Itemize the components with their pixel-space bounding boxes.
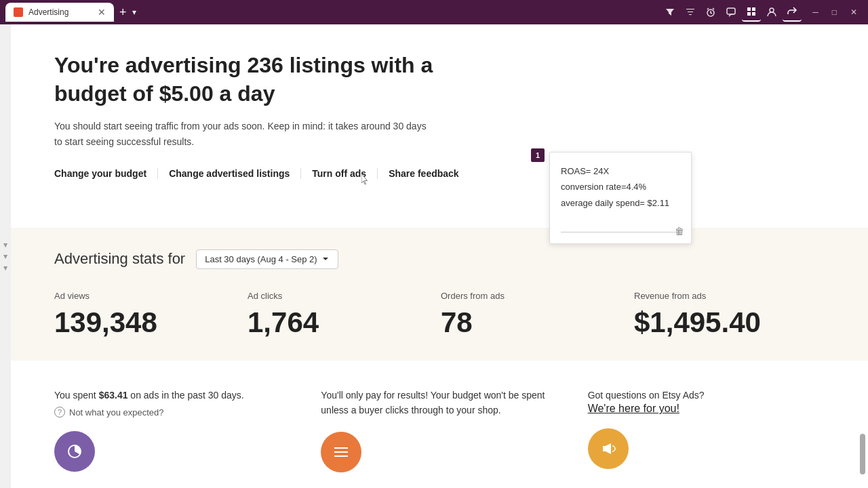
stat-revenue-value: $1,495.40 [634, 306, 827, 339]
stat-ad-views-label: Ad views [54, 291, 248, 301]
stats-header: Advertising stats for Last 30 days (Aug … [54, 249, 827, 269]
stat-ad-clicks-label: Ad clicks [248, 291, 441, 301]
share-icon[interactable] [783, 3, 802, 22]
action-links: Change your budget Change advertised lis… [54, 168, 827, 179]
hero-section: You're advertising 236 listings with a b… [54, 52, 827, 179]
svg-rect-0 [686, 9, 694, 9]
hero-description: You should start seeing traffic from you… [54, 119, 434, 149]
tooltip-popup: 1 ROAS= 24X conversion rate=4.4% average… [549, 152, 692, 244]
svg-rect-8 [752, 12, 755, 16]
toolbar-icons [660, 3, 802, 22]
sidebar-toggle[interactable]: ▶ ▶ ▶ [0, 24, 11, 488]
tab-title: Advertising [28, 7, 68, 17]
svg-point-9 [770, 8, 774, 12]
help-link[interactable]: We're here for you! [588, 403, 679, 414]
new-tab-button[interactable]: + [117, 3, 130, 22]
svg-rect-5 [747, 7, 751, 11]
stat-orders-label: Orders from ads [441, 291, 634, 301]
svg-rect-1 [688, 12, 693, 12]
turn-off-ads-link[interactable]: Turn off ads [312, 168, 378, 179]
person-icon[interactable] [762, 3, 781, 22]
restore-button[interactable]: □ [827, 5, 842, 20]
main-content: You're advertising 236 listings with a b… [0, 24, 868, 228]
spend-amount: $63.41 [99, 390, 128, 401]
tab-bar: Advertising ✕ + ▾ [5, 3, 660, 22]
grid-icon[interactable] [742, 3, 761, 22]
tab-close-button[interactable]: ✕ [98, 7, 106, 18]
tab-dropdown-button[interactable]: ▾ [132, 7, 136, 17]
tooltip-spend: average daily spend= $2.11 [561, 195, 680, 211]
spend-text: You spent $63.41 on ads in the past 30 d… [54, 388, 294, 403]
minimize-button[interactable]: ─ [807, 5, 824, 20]
svg-rect-11 [334, 451, 348, 453]
chat-icon[interactable] [722, 3, 741, 22]
tooltip-conversion: conversion rate=4.4% [561, 179, 680, 195]
filter2-icon[interactable] [681, 3, 700, 22]
share-feedback-link[interactable]: Share feedback [389, 168, 470, 179]
stat-ad-clicks-value: 1,764 [248, 306, 441, 339]
stat-orders-value: 78 [441, 306, 634, 339]
stats-title: Advertising stats for [54, 250, 185, 268]
stat-revenue-label: Revenue from ads [634, 291, 827, 301]
window-controls: ─ □ ✕ [807, 5, 863, 20]
stat-ad-views: Ad views 139,348 [54, 291, 248, 339]
tooltip-input[interactable] [561, 216, 680, 232]
stat-ad-clicks: Ad clicks 1,764 [248, 291, 441, 339]
svg-rect-2 [689, 14, 692, 15]
list-icon [321, 432, 361, 472]
spend-suffix: on ads in the past 30 days. [127, 390, 243, 401]
megaphone-icon [588, 428, 629, 469]
filter-icon[interactable] [660, 3, 679, 22]
date-range-dropdown[interactable]: Last 30 days (Aug 4 - Sep 2) [196, 249, 338, 269]
info-icon: ? [54, 407, 65, 418]
stat-ad-views-value: 139,348 [54, 306, 248, 339]
active-tab[interactable]: Advertising ✕ [5, 3, 114, 22]
bottom-info: You spent $63.41 on ads in the past 30 d… [0, 361, 868, 488]
questions-info: Got questions on Etsy Ads? We're here fo… [588, 388, 827, 472]
svg-rect-4 [727, 8, 735, 14]
stat-orders: Orders from ads 78 [441, 291, 634, 339]
svg-rect-10 [334, 447, 348, 449]
stat-revenue: Revenue from ads $1,495.40 [634, 291, 827, 339]
svg-rect-6 [752, 7, 755, 11]
tooltip-marker: 1 [531, 148, 545, 162]
stats-grid: Ad views 139,348 Ad clicks 1,764 Orders … [54, 291, 827, 339]
delete-icon[interactable]: 🗑 [675, 226, 684, 237]
svg-rect-7 [747, 12, 751, 16]
etsy-favicon [14, 7, 23, 17]
pay-results-info: You'll only pay for results! Your budget… [321, 388, 560, 472]
close-button[interactable]: ✕ [845, 5, 863, 20]
alarm-icon[interactable] [701, 3, 720, 22]
pay-text: You'll only pay for results! Your budget… [321, 388, 560, 418]
page-container: ▶ ▶ ▶ You're advertising 236 listings wi… [0, 24, 868, 488]
change-listings-link[interactable]: Change advertised listings [169, 168, 301, 179]
not-expected-text: Not what you expected? [69, 407, 163, 418]
questions-text: Got questions on Etsy Ads? [588, 388, 827, 403]
spend-prefix: You spent [54, 390, 99, 401]
not-expected-link[interactable]: ? Not what you expected? [54, 407, 294, 418]
browser-chrome: Advertising ✕ + ▾ ─ □ ✕ [0, 0, 868, 24]
spend-info: You spent $63.41 on ads in the past 30 d… [54, 388, 294, 472]
svg-rect-12 [334, 455, 348, 457]
date-range-label: Last 30 days (Aug 4 - Sep 2) [205, 254, 317, 264]
change-budget-link[interactable]: Change your budget [54, 168, 158, 179]
pie-chart-icon [54, 431, 95, 472]
hero-heading: You're advertising 236 listings with a b… [54, 52, 461, 108]
tooltip-roas: ROAS= 24X [561, 163, 680, 179]
stats-section: Advertising stats for Last 30 days (Aug … [0, 228, 868, 361]
scrollbar-thumb[interactable] [860, 434, 865, 474]
